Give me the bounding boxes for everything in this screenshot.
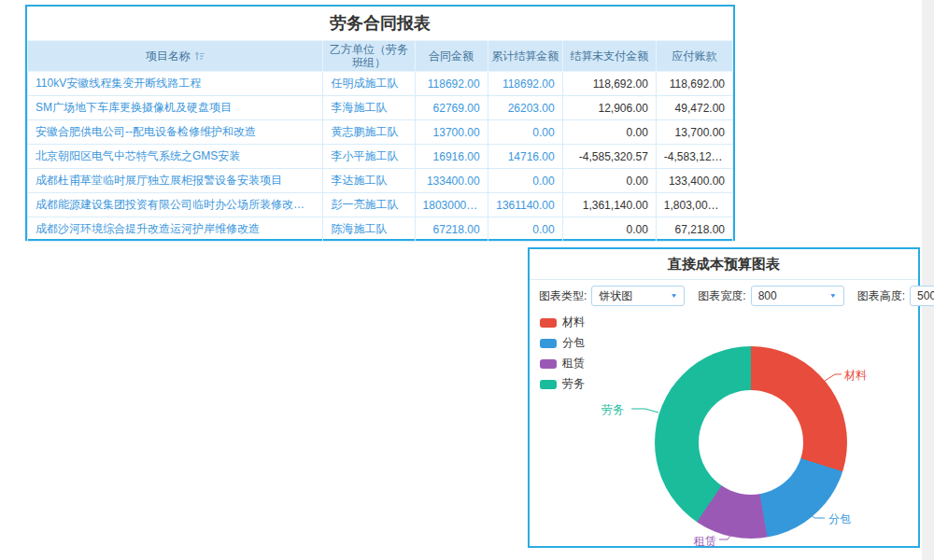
table-cell: 0.00: [562, 120, 656, 145]
project-name-link[interactable]: 成都杜甫草堂临时展厅独立展柜报警设备安装项目: [28, 169, 323, 193]
table-cell: 任明成施工队: [323, 72, 415, 96]
table-header-row: 项目名称 乙方单位（劳务班组） 合同金额 累计结算金额 结算未支付金额: [28, 41, 733, 72]
chart-height-select[interactable]: 500 ▼: [910, 286, 934, 306]
chart-width-control: 图表宽度: 800 ▼: [698, 286, 843, 306]
table-row: 成都沙河环境综合提升改造运河护岸维修改造陈海施工队67218.000.000.0…: [28, 217, 733, 242]
table-cell: 李小平施工队: [323, 145, 415, 169]
pie-chart-area: 材料分包租赁劳务 材料 分包 租赁 劳务: [530, 312, 918, 545]
project-name-link[interactable]: 成都沙河环境综合提升改造运河护岸维修改造: [28, 217, 323, 242]
table-cell: 14716.00: [488, 145, 562, 169]
chart-controls: 图表类型: 饼状图 ▼ 图表宽度: 800 ▼ 图表高度: 500 ▼: [530, 280, 918, 312]
legend-item[interactable]: 材料: [540, 315, 585, 330]
table-cell: 李海施工队: [323, 96, 415, 120]
table-cell: 陈海施工队: [323, 217, 415, 242]
legend-item[interactable]: 劳务: [540, 376, 585, 392]
chart-width-value: 800: [758, 289, 777, 302]
table-cell: 118692.00: [415, 72, 488, 96]
labor-contract-report-panel: 劳务合同报表 项目名称: [25, 5, 735, 241]
column-header-contract-amount: 合同金额: [415, 41, 488, 72]
column-header-settled-amount: 累计结算金额: [488, 41, 562, 72]
donut-hole: [699, 390, 803, 495]
sort-ascending-icon[interactable]: [194, 50, 205, 62]
legend-item[interactable]: 租赁: [540, 356, 585, 371]
project-name-link[interactable]: SM广场地下车库更换摄像机及硬盘项目: [28, 96, 323, 120]
column-header-payable: 应付账款: [656, 41, 732, 72]
chart-type-value: 饼状图: [599, 288, 632, 304]
table-cell: 彭一亮施工队: [323, 193, 415, 217]
table-row: 成都能源建设集团投资有限公司临时办公场所装修改造工程EPC彭一亮施工队18030…: [28, 193, 733, 217]
table-cell: 67,218.00: [656, 217, 732, 242]
chart-height-label: 图表高度:: [857, 288, 905, 304]
table-cell: 0.00: [562, 217, 656, 242]
chart-type-select[interactable]: 饼状图 ▼: [591, 286, 685, 306]
legend-swatch-icon: [540, 339, 557, 348]
chart-legend: 材料分包租赁劳务: [540, 315, 585, 397]
table-cell: 49,472.00: [656, 96, 732, 120]
table-cell: 0.00: [488, 217, 562, 242]
table-cell: 118,692.00: [656, 72, 732, 96]
chart-height-value: 500: [917, 289, 934, 302]
page-right-margin: [922, 0, 934, 560]
legend-label: 分包: [562, 335, 585, 351]
column-header-contractor: 乙方单位（劳务班组）: [323, 41, 415, 72]
legend-label: 租赁: [562, 356, 585, 371]
table-cell: 26203.00: [488, 96, 562, 120]
table-cell: -4,585,320.57: [562, 145, 656, 169]
table-cell: 118692.00: [488, 72, 562, 96]
chart-type-label: 图表类型:: [539, 288, 587, 304]
table-cell: 13700.00: [415, 120, 488, 145]
legend-swatch-icon: [540, 318, 557, 328]
slice-label-labor: 劳务: [601, 402, 624, 418]
table-cell: -4,583,120.57: [656, 145, 732, 169]
direct-cost-chart-panel: 直接成本预算图表 图表类型: 饼状图 ▼ 图表宽度: 800 ▼ 图表高度: 5…: [528, 247, 920, 548]
table-cell: 13,700.00: [656, 120, 732, 145]
table-cell: 133,400.00: [656, 169, 732, 193]
table-cell: 李达施工队: [323, 169, 415, 193]
table-row: 安徽合肥供电公司--配电设备检修维护和改造黄志鹏施工队13700.000.000…: [28, 120, 733, 145]
column-header-label: 项目名称: [146, 49, 191, 63]
slice-label-materials: 材料: [844, 368, 867, 384]
chart-height-control: 图表高度: 500 ▼: [857, 286, 934, 306]
slice-label-subcontract: 分包: [828, 511, 851, 527]
table-cell: 0.00: [562, 169, 656, 193]
chart-type-control: 图表类型: 饼状图 ▼: [539, 286, 685, 306]
table-cell: 12,906.00: [562, 96, 656, 120]
legend-label: 劳务: [562, 376, 585, 392]
chevron-down-icon: ▼: [670, 292, 677, 299]
chart-width-select[interactable]: 800 ▼: [751, 286, 844, 306]
table-cell: 133400.00: [415, 169, 488, 193]
project-name-link[interactable]: 成都能源建设集团投资有限公司临时办公场所装修改造工程EPC: [28, 193, 323, 217]
labor-contract-table: 项目名称 乙方单位（劳务班组） 合同金额 累计结算金额 结算未支付金额: [27, 40, 733, 242]
project-name-link[interactable]: 北京朝阳区电气中芯特气系统之GMS安装: [28, 145, 323, 169]
donut-pie-chart[interactable]: [655, 346, 847, 539]
chart-width-label: 图表宽度:: [698, 288, 745, 304]
slice-label-rental: 租赁: [694, 534, 716, 550]
table-row: SM广场地下车库更换摄像机及硬盘项目李海施工队62769.0026203.001…: [28, 96, 733, 120]
table-cell: 67218.00: [415, 217, 488, 242]
chevron-down-icon: ▼: [829, 292, 837, 299]
column-header-unpaid-amount: 结算未支付金额: [562, 41, 656, 72]
legend-swatch-icon: [540, 380, 557, 389]
table-cell: 62769.00: [415, 96, 488, 120]
table-cell: 0.00: [488, 120, 562, 145]
legend-item[interactable]: 分包: [540, 335, 585, 351]
table-cell: 1803000.00: [415, 193, 488, 217]
chart-title: 直接成本预算图表: [530, 249, 918, 280]
table-cell: 118,692.00: [562, 72, 656, 96]
legend-label: 材料: [562, 315, 585, 330]
project-name-link[interactable]: 110kV安徽线程集变开断线路工程: [28, 72, 323, 96]
legend-swatch-icon: [540, 359, 557, 369]
table-cell: 黄志鹏施工队: [323, 120, 415, 145]
table-cell: 1,361,140.00: [562, 193, 656, 217]
table-row: 成都杜甫草堂临时展厅独立展柜报警设备安装项目李达施工队133400.000.00…: [28, 169, 733, 193]
column-header-project-name: 项目名称: [28, 41, 323, 72]
table-body: 110kV安徽线程集变开断线路工程任明成施工队118692.00118692.0…: [28, 72, 733, 242]
table-cell: 1,803,000.00: [656, 193, 732, 217]
table-cell: 1361140.00: [488, 193, 562, 217]
table-cell: 0.00: [488, 169, 562, 193]
report-title: 劳务合同报表: [27, 7, 733, 40]
project-name-link[interactable]: 安徽合肥供电公司--配电设备检修维护和改造: [28, 120, 323, 145]
table-row: 北京朝阳区电气中芯特气系统之GMS安装李小平施工队16916.0014716.0…: [28, 145, 733, 169]
table-row: 110kV安徽线程集变开断线路工程任明成施工队118692.00118692.0…: [28, 72, 733, 96]
table-cell: 16916.00: [415, 145, 488, 169]
